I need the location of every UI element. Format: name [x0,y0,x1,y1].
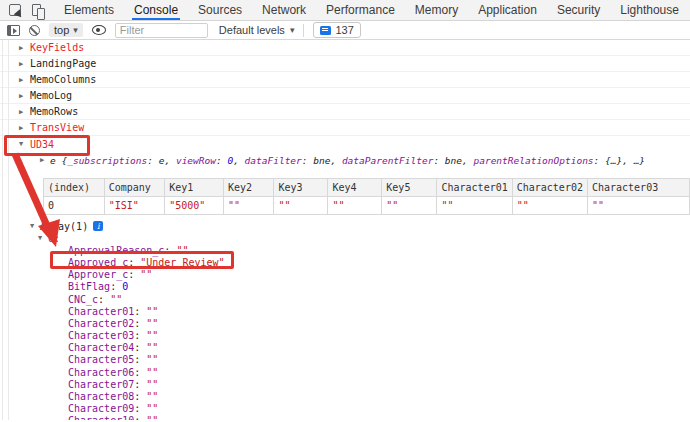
property-name: Character08 [68,391,134,402]
issues-counter[interactable]: 137 [313,22,360,38]
disclosure-triangle-icon [19,124,29,132]
property-value: "" [146,379,158,390]
col-key5: Key5 [382,179,437,197]
table-row: 0 "ISI" "5000" "" "" "" "" "" "" "" [44,197,690,215]
property-value: "" [176,245,188,256]
info-icon[interactable] [93,221,103,231]
log-label-ud34: UD34 [30,139,54,150]
log-row-memocolumns[interactable]: MemoColumns [0,72,690,88]
inspect-element-icon[interactable] [9,4,21,16]
col-key3: Key3 [274,179,328,197]
issues-count: 137 [335,24,353,36]
tabbar-icons [0,0,50,20]
property-row-bitflag: BitFlag: 0 [0,281,690,293]
context-label: top [54,24,69,36]
cell-key2: "" [224,197,274,215]
cell-character02: "" [512,197,587,215]
log-row-ud34[interactable]: UD34 [0,136,690,152]
device-toolbar-icon[interactable] [32,4,41,16]
property-value: "" [146,318,158,329]
array-summary-row[interactable]: Array(1) [0,220,690,232]
property-value: "" [110,294,122,305]
log-label: TransView [30,122,84,133]
log-levels-dropdown[interactable]: Default levels [219,24,295,36]
col-character02: Character02 [512,179,587,197]
tab-memory[interactable]: Memory [405,0,468,20]
cell-key3: "" [274,197,328,215]
array-summary-label: Array(1) [40,221,88,232]
array-index-row[interactable]: 0: [0,232,690,244]
property-row-approver: Approver_c: "" [0,269,690,281]
toolbar-separator [303,24,304,37]
property-row-character01: Character01: "" [0,305,690,317]
clear-console-icon[interactable] [29,25,40,36]
property-name: Character03 [68,330,134,341]
disclosure-triangle-icon [19,140,29,148]
disclosure-triangle-icon [40,156,50,164]
property-row-cnc: CNC_c: "" [0,293,690,305]
log-row-landingpage[interactable]: LandingPage [0,56,690,72]
col-key1: Key1 [165,179,224,197]
property-value: 0 [122,281,128,292]
log-row-memolog[interactable]: MemoLog [0,88,690,104]
property-name: Character06 [68,367,134,378]
tab-lighthouse[interactable]: Lighthouse [610,0,689,20]
filter-input[interactable] [115,23,208,38]
col-character01: Character01 [437,179,512,197]
tab-application[interactable]: Application [468,0,547,20]
property-name: CNC_c [68,294,98,305]
console-toolbar: top Default levels 137 [0,21,690,40]
javascript-context-selector[interactable]: top [49,23,83,37]
property-row-character10: Character10: "" [0,415,690,420]
property-name: Character09 [68,403,134,414]
property-value: "Under Review" [140,257,224,268]
tab-elements[interactable]: Elements [54,0,124,20]
property-name: Character02 [68,318,134,329]
disclosure-triangle-icon [19,108,29,116]
console-output: KeyFields LandingPage MemoColumns MemoLo… [0,40,690,420]
console-left-gutter-line2 [8,40,9,420]
table-header-row: (index) Company Key1 Key2 Key3 Key4 Key5… [44,179,690,197]
col-index: (index) [44,179,105,197]
property-name: Approver_c [68,269,128,280]
property-name: Character10 [68,415,134,420]
property-name: Character07 [68,379,134,390]
property-row-character02: Character02: "" [0,317,690,329]
tab-sources[interactable]: Sources [188,0,252,20]
col-company: Company [104,179,165,197]
cell-character03: "" [587,197,689,215]
property-value: "" [146,403,158,414]
log-levels-label: Default levels [219,24,285,36]
cell-index: 0 [44,197,105,215]
tab-security[interactable]: Security [547,0,610,20]
property-name: ApprovalReason_c [68,245,164,256]
console-table: (index) Company Key1 Key2 Key3 Key4 Key5… [43,178,690,215]
log-label: MemoLog [30,90,72,101]
devtools-tabbar: Elements Console Sources Network Perform… [0,0,690,21]
property-row-character09: Character09: "" [0,403,690,415]
property-row-character08: Character08: "" [0,390,690,402]
property-name: Character01 [68,306,134,317]
log-row-transview[interactable]: TransView [0,120,690,136]
tab-console[interactable]: Console [124,0,188,20]
tab-performance[interactable]: Performance [316,0,405,20]
property-value: "" [146,342,158,353]
property-value: "" [146,391,158,402]
cell-key1: "5000" [165,197,224,215]
property-row-character05: Character05: "" [0,354,690,366]
ud34-object-preview[interactable]: e {_subscriptions: e, viewRow: 0, dataFi… [0,152,690,168]
property-name: Character05 [68,354,134,365]
show-console-sidebar-icon[interactable] [7,25,20,36]
disclosure-triangle-icon [19,76,29,84]
property-name: Character04 [68,342,134,353]
log-row-keyfields[interactable]: KeyFields [0,40,690,56]
disclosure-triangle-icon [19,92,29,100]
cell-key4: "" [328,197,382,215]
log-label: KeyFields [30,42,84,53]
tab-network[interactable]: Network [252,0,316,20]
disclosure-triangle-icon [19,60,29,68]
log-row-memorows[interactable]: MemoRows [0,104,690,120]
disclosure-triangle-icon [38,234,48,242]
create-live-expression-icon[interactable] [92,25,106,35]
property-row-approved: Approved_c: "Under Review" [0,256,690,268]
